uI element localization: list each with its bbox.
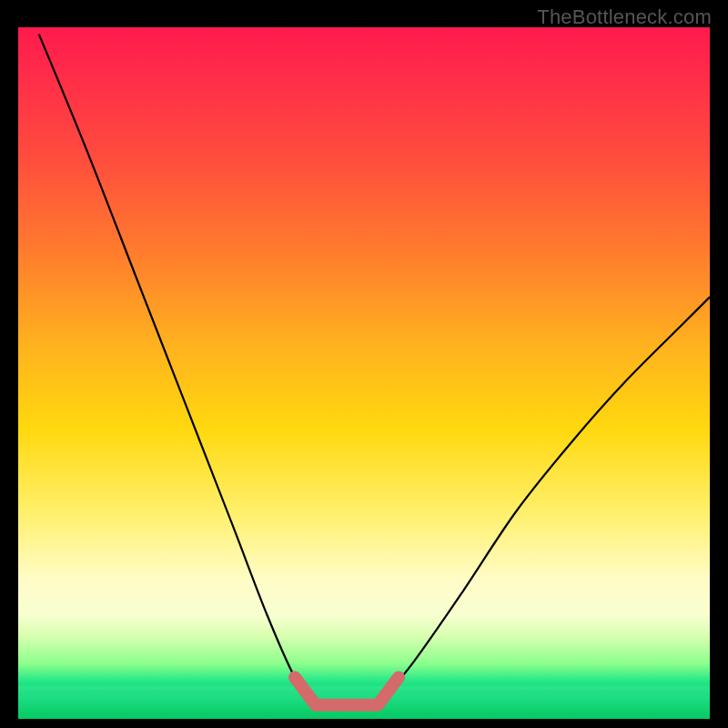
right-curve: [378, 297, 710, 704]
chart-frame: TheBottleneck.com: [0, 0, 728, 728]
bottom-marker: [295, 677, 399, 704]
left-curve: [39, 35, 316, 705]
chart-svg: [18, 27, 710, 719]
watermark-text: TheBottleneck.com: [537, 5, 712, 29]
plot-area: [18, 27, 710, 719]
